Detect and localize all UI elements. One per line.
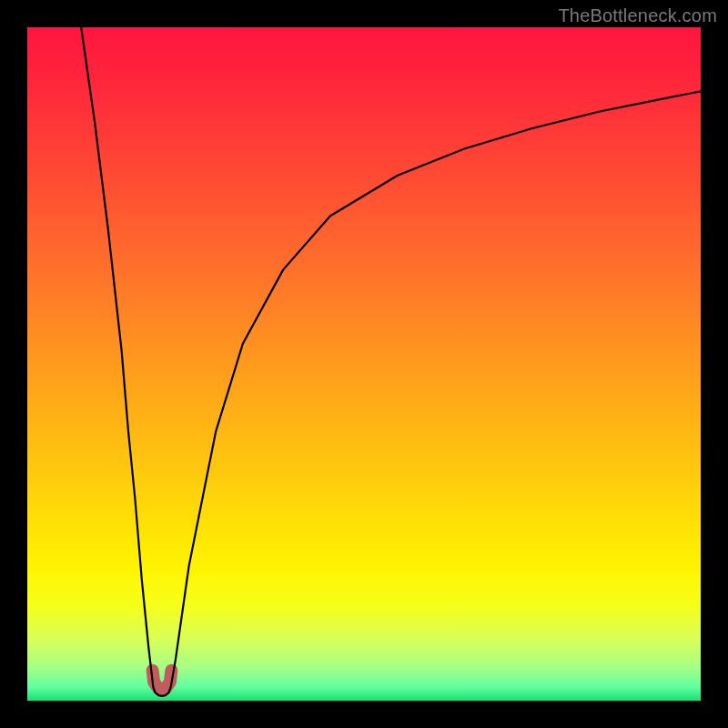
curve-layer xyxy=(27,27,701,701)
plot-area xyxy=(27,27,701,701)
chart-frame: TheBottleneck.com xyxy=(0,0,728,728)
bottleneck-curve xyxy=(81,27,701,696)
valley-highlight xyxy=(153,671,172,690)
watermark-text: TheBottleneck.com xyxy=(558,5,717,26)
